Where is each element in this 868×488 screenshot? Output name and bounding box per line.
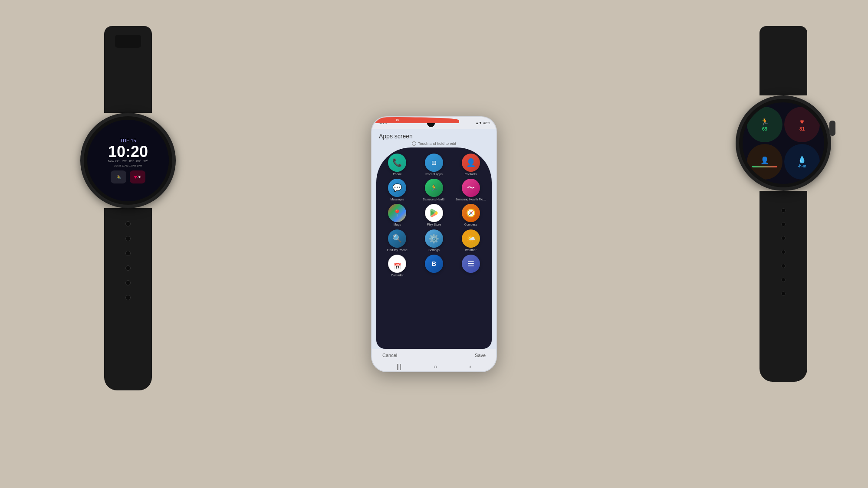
rw-heart-widget: ♥ 81 bbox=[784, 107, 820, 142]
left-watch-band-bottom bbox=[104, 208, 152, 390]
rw-water-widget: 💧 -h-m bbox=[784, 144, 820, 180]
phone-label: Phone bbox=[393, 173, 401, 176]
rw-perf-1 bbox=[781, 208, 786, 213]
left-watch-time-row: 10AM 11AM 12PM 1PM bbox=[114, 164, 142, 167]
rw-heart-value: 81 bbox=[799, 126, 805, 131]
samsung-health-icon: 🏃 bbox=[425, 179, 443, 197]
heart-icon: ♥ bbox=[134, 174, 137, 180]
app-settings[interactable]: ⚙️ Settings bbox=[418, 229, 451, 252]
rw-perf-3 bbox=[781, 236, 786, 240]
left-watch-time: 10:20 bbox=[108, 144, 148, 160]
messages-label: Messages bbox=[390, 198, 404, 201]
app-recent[interactable]: ⊞ Recent apps bbox=[418, 154, 451, 176]
app-weather[interactable]: 🌤️ Weather bbox=[454, 229, 487, 252]
left-watch-activity-widget: 🚴 bbox=[111, 170, 126, 183]
left-watch-heart-widget: ♥ 76 bbox=[130, 170, 145, 183]
maps-icon: 📍 bbox=[388, 204, 406, 222]
rw-activity-icon: 🏃 bbox=[760, 118, 769, 126]
maps-label: Maps bbox=[394, 223, 401, 226]
app-grid: 📞 Phone ⊞ Recent apps 👤 Contacts 💬 bbox=[381, 154, 487, 278]
app-maps[interactable]: 📍 Maps bbox=[381, 204, 414, 226]
nav-home-icon[interactable]: ○ bbox=[434, 363, 437, 370]
app-extra[interactable]: ☰ bbox=[454, 255, 487, 277]
rw-activity-value: 69 bbox=[762, 126, 767, 131]
left-watch-temps: Now 77° · 78° · 83° · 88° · 92° bbox=[108, 160, 148, 163]
apps-screen-title: Apps screen bbox=[372, 129, 496, 141]
rw-body-widget: 👤 bbox=[747, 144, 783, 180]
calendar-icon: 15 📅 bbox=[388, 255, 406, 273]
rw-perf-5 bbox=[781, 264, 786, 268]
app-contacts[interactable]: 👤 Contacts bbox=[454, 154, 487, 176]
compass-label: Compass bbox=[464, 223, 477, 226]
app-calendar[interactable]: 15 📅 Calendar bbox=[381, 255, 414, 277]
signal-icon: ▲▼ bbox=[475, 121, 482, 125]
phone: 10:20 ▲▼ 42% Apps screen Touch and hold … bbox=[371, 116, 497, 372]
phone-bottom-bar: Cancel Save ||| ○ ‹ bbox=[372, 349, 496, 371]
right-watch-screen: 🏃 69 ♥ 81 👤 💧 -h-m bbox=[743, 102, 824, 184]
hint-icon bbox=[412, 141, 416, 146]
contacts-label: Contacts bbox=[465, 173, 477, 176]
rw-perf-7 bbox=[781, 291, 786, 296]
messages-icon: 💬 bbox=[388, 179, 406, 197]
app-phone[interactable]: 📞 Phone bbox=[381, 154, 414, 176]
settings-label: Settings bbox=[428, 249, 439, 252]
nav-recent-icon[interactable]: ||| bbox=[397, 363, 401, 370]
right-watch: 🏃 69 ♥ 81 👤 💧 -h-m bbox=[725, 26, 842, 416]
rw-perf-6 bbox=[781, 278, 786, 282]
find-my-phone-icon: 🔍 bbox=[388, 229, 406, 248]
left-watch: TUE 15 10:20 Now 77° · 78° · 83° · 88° ·… bbox=[69, 26, 187, 416]
rw-water-icon: 💧 bbox=[798, 155, 806, 164]
recent-apps-icon: ⊞ bbox=[425, 154, 443, 172]
save-button[interactable]: Save bbox=[475, 353, 486, 358]
samsung-health-label: Samsung Health bbox=[423, 198, 445, 201]
right-watch-case: 🏃 69 ♥ 81 👤 💧 -h-m bbox=[736, 95, 831, 191]
extra-icon: ☰ bbox=[462, 255, 480, 273]
perforation-2 bbox=[125, 236, 131, 241]
right-watch-crown bbox=[829, 121, 835, 136]
right-watch-band-bottom bbox=[760, 191, 807, 382]
play-store-svg bbox=[429, 208, 439, 218]
weather-label: Weather bbox=[465, 249, 476, 252]
contacts-icon: 👤 bbox=[462, 154, 480, 172]
left-watch-screen: TUE 15 10:20 Now 77° · 78° · 83° · 88° ·… bbox=[87, 120, 169, 201]
phone-screen: Apps screen Touch and hold to edit 📞 Pho… bbox=[372, 129, 496, 349]
app-compass[interactable]: 🧭 Compass bbox=[454, 204, 487, 226]
compass-icon: 🧭 bbox=[462, 204, 480, 222]
heart-value: 76 bbox=[137, 175, 141, 179]
samsung-health-mo-label: Samsung Health Mo… bbox=[455, 198, 486, 201]
settings-icon: ⚙️ bbox=[425, 229, 443, 248]
app-play-store[interactable]: Play Store bbox=[418, 204, 451, 226]
rw-water-value: -h-m bbox=[798, 164, 806, 168]
left-watch-band-top bbox=[104, 26, 152, 113]
app-samsung-health[interactable]: 🏃 Samsung Health bbox=[418, 179, 451, 201]
nav-back-icon[interactable]: ‹ bbox=[469, 363, 471, 370]
app-samsung-health-mo[interactable]: 〜 Samsung Health Mo… bbox=[454, 179, 487, 201]
cancel-save-bar: Cancel Save bbox=[372, 349, 496, 362]
left-watch-case: TUE 15 10:20 Now 77° · 78° · 83° · 88° ·… bbox=[80, 113, 176, 208]
phone-body: 10:20 ▲▼ 42% Apps screen Touch and hold … bbox=[371, 116, 497, 372]
right-watch-perforations bbox=[760, 191, 807, 296]
app-messages[interactable]: 💬 Messages bbox=[381, 179, 414, 201]
perforation-4 bbox=[125, 265, 131, 271]
rw-perf-2 bbox=[781, 222, 786, 226]
rw-body-icon: 👤 bbox=[760, 156, 769, 164]
left-watch-widgets: 🚴 ♥ 76 bbox=[111, 170, 145, 183]
perforation-1 bbox=[125, 221, 131, 226]
bike-icon: 🚴 bbox=[116, 175, 121, 179]
left-watch-perforations bbox=[104, 208, 152, 300]
phone-icon: 📞 bbox=[388, 154, 406, 172]
arch-panel: 📞 Phone ⊞ Recent apps 👤 Contacts 💬 bbox=[376, 147, 492, 349]
play-store-icon bbox=[425, 204, 443, 222]
apps-screen-hint: Touch and hold to edit bbox=[372, 141, 496, 147]
app-bixby[interactable]: B bbox=[418, 255, 451, 277]
app-find-my-phone[interactable]: 🔍 Find My Phone bbox=[381, 229, 414, 252]
play-store-label: Play Store bbox=[427, 223, 441, 226]
right-watch-band-top bbox=[760, 26, 807, 95]
status-icons: ▲▼ 42% bbox=[475, 121, 490, 125]
perforation-6 bbox=[125, 295, 131, 300]
battery-icon: 42% bbox=[483, 121, 490, 125]
rw-heart-icon: ♥ bbox=[800, 118, 804, 126]
perforation-3 bbox=[125, 251, 131, 256]
rw-bar bbox=[752, 166, 777, 167]
cancel-button[interactable]: Cancel bbox=[382, 353, 397, 358]
